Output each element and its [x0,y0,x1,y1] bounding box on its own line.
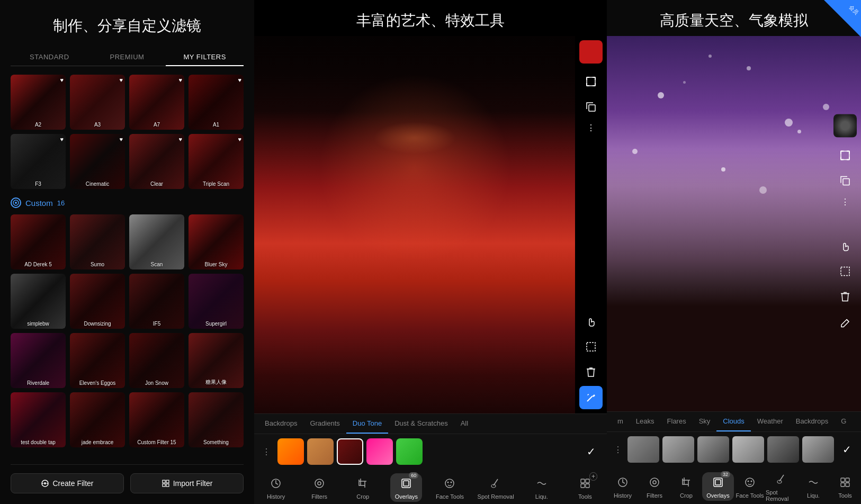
heart-icon-clear[interactable]: ♥ [178,136,182,142]
color-swatch-dark-red[interactable] [337,438,363,465]
resize-icon-btn[interactable] [579,70,603,93]
cloud-thumb-2[interactable] [662,436,694,463]
filter-riverdale[interactable]: Riverdale [11,333,66,388]
cloud-thumb-1[interactable] [627,436,659,463]
tab-backdrops[interactable]: Backdrops [258,414,303,434]
sunglasses-reflect [366,119,463,157]
right-tool-filters[interactable]: Filters [639,474,670,499]
filter-scan[interactable]: Scan [129,214,184,269]
heart-icon-cinematic[interactable]: ♥ [119,136,123,142]
filter-cinematic[interactable]: ♥ Cinematic [70,134,125,189]
create-filter-button[interactable]: Create Filter [11,473,124,493]
tab-myfilters[interactable]: MY FILTERS [166,49,244,66]
right-tab-sky[interactable]: Sky [693,412,717,431]
filter-downsizing[interactable]: Downsizing [70,274,125,329]
right-eraser-btn[interactable] [833,310,857,334]
filter-a2[interactable]: ♥ A2 [11,75,66,130]
import-filter-button[interactable]: Import Filter [130,473,244,493]
heart-icon-f3[interactable]: ♥ [60,136,64,142]
filter-label-triple: Triple Scan [189,181,244,187]
tool-spot[interactable]: Spot Removal [478,475,514,500]
tool-liqu[interactable]: Liqu. [526,475,558,500]
right-resize-btn[interactable] [833,143,857,167]
filter-jonsnow[interactable]: Jon Snow [129,333,184,388]
hand-btn[interactable] [579,310,603,333]
tab-dust[interactable]: Dust & Scratches [388,414,454,434]
right-tab-backdrops[interactable]: Backdrops [790,412,835,431]
filter-a7[interactable]: ♥ A7 [129,75,184,130]
color-swatch-pink[interactable] [366,438,393,465]
color-dots[interactable]: ⋮ [258,447,274,457]
confirm-color-btn[interactable]: ✓ [579,440,603,463]
right-tool-overlays[interactable]: 32 Overlays [702,472,734,501]
filter-testdouble[interactable]: test double tap [11,392,66,447]
right-more-dots[interactable]: ⋮ [841,196,849,206]
right-tab-m[interactable]: m [611,412,630,431]
filter-triple[interactable]: ♥ Triple Scan [189,134,244,189]
color-swatch-orange[interactable] [277,438,304,465]
tool-history[interactable]: History [260,475,292,500]
filter-jade[interactable]: jade embrace [70,392,125,447]
right-tab-leaks[interactable]: Leaks [630,412,661,431]
right-tool-tools[interactable]: Tools [829,474,861,499]
color-swatch-green[interactable] [396,438,423,465]
heart-icon-a2[interactable]: ♥ [60,77,64,83]
color-swatch-tan[interactable] [307,438,334,465]
filter-label-jade: jade embrace [70,439,125,445]
cloud-thumb-4[interactable] [732,436,764,463]
heart-icon-a7[interactable]: ♥ [178,77,182,83]
right-color-swatch[interactable] [833,114,857,137]
delete-btn[interactable] [579,361,603,384]
right-selection-btn[interactable] [833,259,857,283]
tab-gradients[interactable]: Gradients [303,414,346,434]
tool-tools[interactable]: + Tools [569,475,601,500]
right-tool-history[interactable]: History [607,474,639,499]
color-swatch-btn[interactable] [579,40,603,64]
right-tool-liqu[interactable]: Liqu. [797,474,829,499]
tab-standard[interactable]: STANDARD [11,49,88,66]
right-hand-btn[interactable] [833,234,857,257]
right-confirm-btn[interactable]: ✓ [837,438,857,461]
tool-face[interactable]: Face Tools [434,475,465,500]
heart-icon-a3[interactable]: ♥ [119,77,123,83]
right-tab-weather[interactable]: Weather [751,412,790,431]
tab-all[interactable]: All [454,414,474,434]
heart-icon-a1[interactable]: ♥ [238,77,241,83]
wand-btn[interactable] [579,386,603,409]
copy-btn[interactable] [579,95,603,119]
tab-duotone[interactable]: Duo Tone [346,414,388,434]
filter-derek[interactable]: AD Derek 5 [11,214,66,269]
filter-bluer[interactable]: Bluer Sky [189,214,244,269]
more-options-dots[interactable]: ⋮ [587,123,595,133]
cloud-thumb-3[interactable] [697,436,729,463]
filter-supergirl[interactable]: Supergirl [189,274,244,329]
right-tool-crop[interactable]: Crop [670,474,702,499]
right-delete-btn[interactable] [833,285,857,308]
filter-something[interactable]: Something [189,392,244,447]
filter-pinguo[interactable]: 糖果人像 [189,333,244,388]
right-tab-flares[interactable]: Flares [661,412,693,431]
filter-a1[interactable]: ♥ A1 [189,75,244,130]
right-tool-spot[interactable]: Spot Removal [766,471,797,502]
selection-btn[interactable] [579,335,603,358]
cloud-thumb-5[interactable] [767,436,799,463]
filter-eleven[interactable]: Eleven's Eggos [70,333,125,388]
filter-f3[interactable]: ♥ F3 [11,134,66,189]
filter-clear[interactable]: ♥ Clear [129,134,184,189]
tool-overlays[interactable]: 60 Overlays [390,473,422,502]
right-copy-btn[interactable] [833,169,857,192]
filter-a3[interactable]: ♥ A3 [70,75,125,130]
right-cloud-dots[interactable]: ⋮ [611,445,624,455]
filter-custom15[interactable]: Custom Filter 15 [129,392,184,447]
right-tab-g[interactable]: G [835,412,853,431]
right-tab-clouds[interactable]: Clouds [716,412,750,431]
tool-filters[interactable]: Filters [303,475,335,500]
filter-simplebw[interactable]: simplebw [11,274,66,329]
right-tool-face[interactable]: Face Tools [734,474,766,499]
heart-icon-triple[interactable]: ♥ [238,136,241,142]
tool-crop[interactable]: Crop [347,475,379,500]
filter-sumo[interactable]: Sumo [70,214,125,269]
filter-if5[interactable]: IF5 [129,274,184,329]
tab-premium[interactable]: PREMIUM [88,49,166,66]
cloud-thumb-6[interactable] [802,436,834,463]
